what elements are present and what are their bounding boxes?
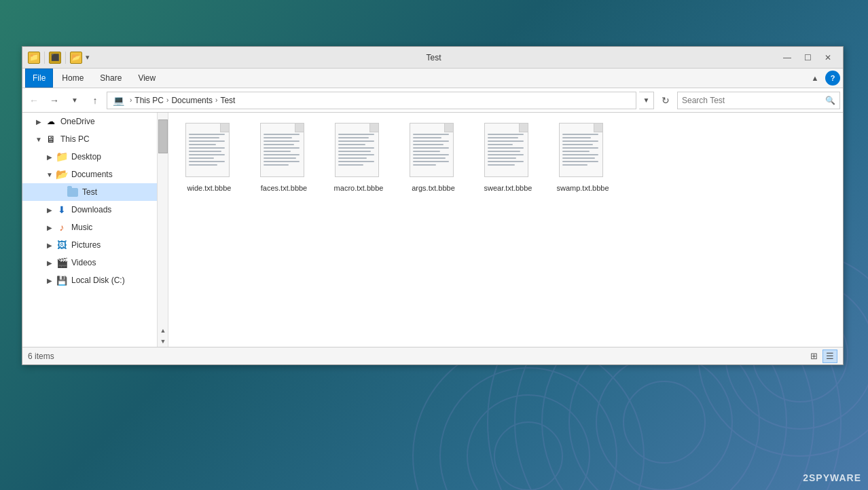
sidebar-item-onedrive[interactable]: ▶ ☁ OneDrive bbox=[22, 113, 168, 130]
file-name-swear: swear.txt.bbbe bbox=[484, 183, 532, 193]
line bbox=[338, 154, 374, 155]
ribbon-extra: ▲ ? bbox=[808, 71, 840, 86]
file-icon-swamp bbox=[559, 123, 607, 181]
search-icon[interactable]: 🔍 bbox=[825, 96, 835, 105]
line bbox=[562, 134, 598, 135]
file-item-swear[interactable]: swear.txt.bbbe bbox=[474, 119, 542, 196]
expand-pictures[interactable]: ▶ bbox=[44, 240, 55, 250]
minimize-button[interactable]: — bbox=[778, 50, 797, 65]
sidebar-scrollbar[interactable]: ▲ ▼ bbox=[157, 113, 168, 347]
sidebar-item-documents[interactable]: ▼ 📂 Documents bbox=[22, 166, 168, 183]
pictures-icon: 🖼 bbox=[55, 238, 69, 252]
line bbox=[189, 161, 225, 162]
tab-file[interactable]: File bbox=[25, 69, 53, 88]
expand-onedrive[interactable]: ▶ bbox=[33, 116, 44, 127]
maximize-button[interactable]: ☐ bbox=[798, 50, 817, 65]
grid-view-button[interactable]: ⊞ bbox=[806, 350, 821, 363]
svg-point-7 bbox=[467, 395, 590, 490]
sidebar-item-thispc[interactable]: ▼ 🖥 This PC bbox=[22, 130, 168, 148]
expand-desktop[interactable]: ▶ bbox=[44, 151, 55, 162]
view-buttons: ⊞ ☰ bbox=[806, 350, 837, 363]
line bbox=[338, 140, 374, 142]
search-box[interactable]: 🔍 bbox=[677, 92, 840, 109]
window-controls: — ☐ ✕ bbox=[778, 50, 837, 65]
recent-locations-button[interactable]: ▼ bbox=[66, 92, 84, 109]
path-this-pc[interactable]: This PC bbox=[134, 96, 164, 105]
path-documents[interactable]: Documents bbox=[171, 96, 213, 105]
sidebar-item-downloads[interactable]: ▶ ⬇ Downloads bbox=[22, 201, 168, 219]
line bbox=[562, 147, 598, 149]
line bbox=[413, 137, 441, 138]
line bbox=[488, 137, 518, 138]
sidebar-item-localdisk[interactable]: ▶ 💾 Local Disk (C:) bbox=[22, 271, 168, 289]
sidebar-label-downloads: Downloads bbox=[71, 205, 111, 214]
line bbox=[264, 161, 300, 162]
expand-videos[interactable]: ▶ bbox=[44, 257, 55, 268]
file-name-faces: faces.txt.bbbe bbox=[261, 183, 308, 193]
file-icon-macro bbox=[335, 123, 382, 181]
line bbox=[338, 147, 374, 149]
content-area: ▶ ☁ OneDrive ▼ 🖥 This PC ▶ 📁 Desktop ▼ 📂… bbox=[22, 113, 843, 347]
sidebar-item-desktop[interactable]: ▶ 📁 Desktop bbox=[22, 148, 168, 166]
help-button[interactable]: ? bbox=[825, 71, 840, 86]
expand-music[interactable]: ▶ bbox=[44, 222, 55, 233]
line bbox=[413, 151, 440, 152]
line bbox=[488, 140, 524, 142]
expand-thispc[interactable]: ▼ bbox=[33, 134, 44, 145]
window-title: Test bbox=[92, 53, 775, 62]
close-button[interactable]: ✕ bbox=[818, 50, 837, 65]
expand-test[interactable] bbox=[55, 187, 66, 197]
line bbox=[562, 137, 591, 138]
file-name-swamp: swamp.txt.bbbe bbox=[556, 183, 609, 193]
forward-button[interactable]: → bbox=[46, 92, 63, 109]
sidebar-item-music[interactable]: ▶ ♪ Music bbox=[22, 219, 168, 236]
line bbox=[189, 137, 219, 138]
file-page-faces bbox=[260, 123, 304, 177]
scroll-up-arrow[interactable]: ▲ bbox=[158, 325, 168, 336]
up-button[interactable]: ↑ bbox=[86, 92, 104, 109]
tab-share[interactable]: Share bbox=[92, 69, 129, 88]
sidebar-item-test[interactable]: Test bbox=[22, 183, 168, 201]
file-item-faces[interactable]: faces.txt.bbbe bbox=[250, 119, 318, 196]
line bbox=[488, 164, 515, 166]
sidebar-scroll-thumb[interactable] bbox=[158, 119, 168, 153]
quick-access-icon[interactable]: ⬛ bbox=[49, 52, 61, 64]
file-lines-macro bbox=[336, 124, 378, 170]
details-view-button[interactable]: ☰ bbox=[822, 350, 837, 363]
file-item-args[interactable]: args.txt.bbbe bbox=[399, 119, 467, 196]
file-explorer-window: 📁 ⬛ 📂 ▾ Test — ☐ ✕ File Home Share View bbox=[22, 46, 844, 365]
line bbox=[264, 134, 300, 135]
line bbox=[562, 154, 598, 155]
file-page-swear bbox=[484, 123, 528, 177]
expand-downloads[interactable]: ▶ bbox=[44, 204, 55, 215]
tab-home[interactable]: Home bbox=[54, 69, 91, 88]
path-arrow-2: › bbox=[166, 96, 168, 104]
address-path[interactable]: 💻 › This PC › Documents › Test bbox=[107, 92, 636, 109]
ribbon-collapse-button[interactable]: ▲ bbox=[808, 71, 822, 86]
videos-icon: 🎬 bbox=[55, 256, 69, 269]
tab-view[interactable]: View bbox=[130, 69, 163, 88]
line bbox=[264, 137, 292, 138]
search-input[interactable] bbox=[682, 96, 822, 105]
sidebar-item-pictures[interactable]: ▶ 🖼 Pictures bbox=[22, 236, 168, 254]
thispc-icon: 🖥 bbox=[44, 132, 58, 146]
file-lines-wide bbox=[186, 124, 229, 170]
line bbox=[562, 164, 587, 166]
file-item-macro[interactable]: macro.txt.bbbe bbox=[325, 119, 393, 196]
status-bar: 6 items ⊞ ☰ bbox=[22, 347, 843, 364]
title-bar: 📁 ⬛ 📂 ▾ Test — ☐ ✕ bbox=[22, 47, 843, 69]
line bbox=[338, 164, 363, 166]
music-icon: ♪ bbox=[55, 221, 69, 234]
line bbox=[562, 157, 595, 159]
file-item-swamp[interactable]: swamp.txt.bbbe bbox=[549, 119, 617, 196]
expand-documents[interactable]: ▼ bbox=[44, 169, 55, 180]
sidebar-item-videos[interactable]: ▶ 🎬 Videos bbox=[22, 254, 168, 271]
address-dropdown-button[interactable]: ▼ bbox=[639, 92, 654, 109]
file-item-wide[interactable]: wide.txt.bbbe bbox=[175, 119, 243, 196]
back-button[interactable]: ← bbox=[25, 92, 43, 109]
expand-localdisk[interactable]: ▶ bbox=[44, 275, 55, 286]
scroll-down-arrow[interactable]: ▼ bbox=[158, 336, 168, 347]
refresh-button[interactable]: ↻ bbox=[657, 92, 674, 109]
line bbox=[264, 164, 289, 166]
line bbox=[413, 154, 449, 155]
